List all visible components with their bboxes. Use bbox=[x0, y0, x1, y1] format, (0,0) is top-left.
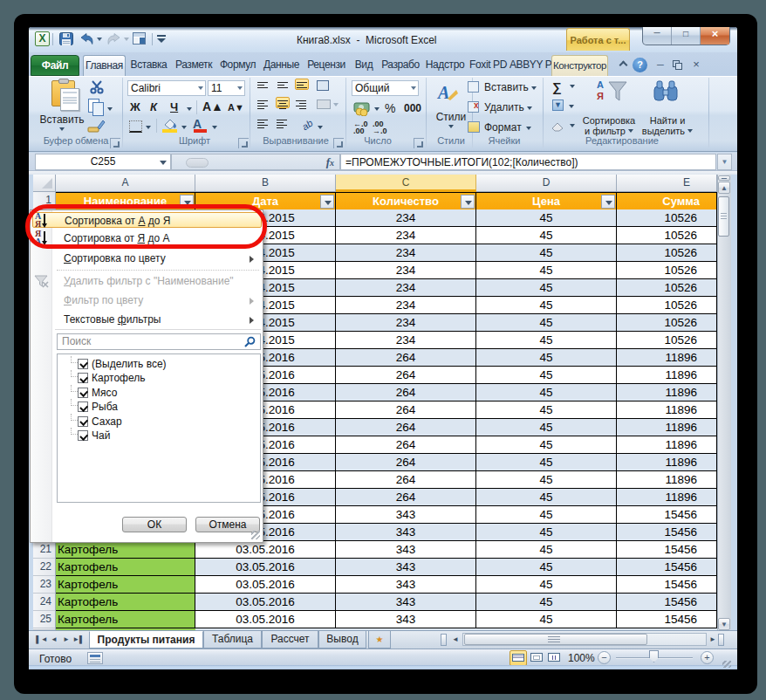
svg-text:A: A bbox=[436, 83, 449, 102]
